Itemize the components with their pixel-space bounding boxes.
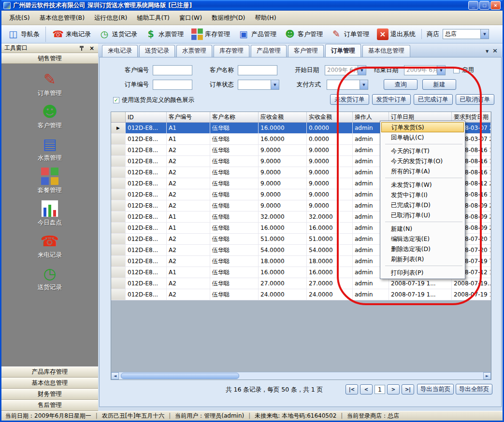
context-menu-item[interactable]: 所有的订单(A) [381,166,464,176]
sidebar-item[interactable]: 套餐管理 [26,168,74,195]
row-selector[interactable] [111,289,126,300]
context-menu-item[interactable] [385,222,462,222]
sidebar-item[interactable]: 订单管理 [26,70,74,98]
row-selector[interactable] [111,200,126,211]
context-menu-item[interactable]: 删除选定项(D) [381,244,464,254]
row-selector[interactable] [111,189,126,200]
tab[interactable]: 产品管理 [251,45,287,57]
use-courier-color-checkbox[interactable] [113,97,119,103]
chevron-down-icon[interactable] [360,80,368,89]
new-button[interactable]: 新建 [422,79,456,90]
column-header-receivable[interactable]: 应收金额 [259,112,307,122]
toolbar-button[interactable]: 来电记录 [48,27,95,42]
row-selector[interactable] [111,145,126,155]
tab[interactable]: 基本信息管理 [362,45,410,57]
horizontal-scrollbar[interactable] [111,372,491,380]
pay-method-select[interactable] [327,80,368,90]
order-status-filter-button[interactable]: 已完成订单 [414,94,453,105]
context-menu-item[interactable]: 发货中订单(I) [381,190,464,200]
prev-page-button[interactable]: < [360,384,373,394]
menu-item[interactable]: 帮助(H) [250,11,281,25]
row-selector[interactable] [111,156,126,167]
context-menu-item[interactable]: 今天的发货订单(O) [381,156,464,166]
toolbar-button[interactable]: 水票管理 [141,27,187,42]
customer-name-input[interactable] [238,65,277,75]
menu-item[interactable]: 运行信息(R) [89,11,132,25]
tab-close-icon[interactable] [492,47,498,54]
scrollbar-thumb[interactable] [121,373,239,379]
toolbar-button[interactable]: 库存管理 [187,27,234,42]
sidebar-section[interactable]: 产品库存管理 [1,366,98,378]
scrollbar-track[interactable] [119,372,483,380]
order-status-filter-button[interactable]: 已取消订单 [456,94,495,105]
context-menu-item[interactable]: 已完成订单(D) [381,200,464,210]
sidebar-item[interactable]: 今日盘点 [26,200,74,227]
menu-item[interactable]: 基本信息管理(B) [35,11,89,25]
end-date-select[interactable]: 2009年 6月 8日 [404,65,446,75]
scroll-right-arrow-icon[interactable] [483,372,491,380]
export-all-pages-button[interactable]: 导出全部页 [456,384,492,394]
sidebar-item[interactable]: 送货记录 [26,265,74,292]
next-page-button[interactable]: > [387,384,400,394]
context-menu-item[interactable]: 新建(N) [381,224,464,234]
sidebar-item[interactable]: 水票管理 [26,135,74,162]
toolbar-button[interactable]: 订单管理 [327,27,373,42]
sidebar-item[interactable]: 客户管理 [26,103,74,130]
context-menu-item[interactable]: 刷新列表(R) [381,254,464,264]
first-page-button[interactable]: |< [346,384,358,394]
context-menu-item[interactable]: 回单确认(C) [381,132,464,142]
row-selector[interactable] [111,211,126,222]
toolbar-button[interactable]: 送货记录 [95,27,141,42]
start-date-select[interactable]: 2009年 6月 8日 [325,65,366,75]
sidebar-item[interactable]: 来电记录 [26,232,74,259]
maximize-button[interactable]: □ [479,1,490,10]
context-menu-item[interactable]: 未发货订单(W) [381,180,464,190]
row-selector[interactable] [111,234,126,244]
store-select[interactable]: 总店 [443,29,489,39]
close-button[interactable]: × [490,1,501,10]
tab[interactable]: 客户管理 [288,45,324,57]
column-header-id[interactable]: ID [126,112,167,122]
toolbar-button[interactable]: 客户管理 [280,27,327,42]
sidebar-section[interactable]: 基本信息管理 [1,378,98,389]
tab[interactable]: 送货记录 [139,45,175,57]
tab[interactable]: 来电记录 [102,45,138,57]
toolbar-button[interactable]: 导航条 [3,27,46,42]
tab-list-chevron-icon[interactable] [486,47,489,54]
chevron-down-icon[interactable] [271,80,279,89]
row-selector[interactable] [111,167,126,178]
close-icon[interactable] [88,45,95,52]
context-menu-item[interactable]: 今天的订单(T) [381,146,464,156]
tab[interactable]: 订单管理 [325,44,361,57]
minimize-button[interactable]: _ [468,1,478,10]
enable-date-checkbox[interactable] [453,67,460,73]
context-menu-item[interactable] [385,178,462,178]
row-selector[interactable] [111,267,126,278]
context-menu-item[interactable]: 订单发货(S) [381,122,464,132]
menu-item[interactable]: 数据维护(D) [207,11,250,25]
table-row[interactable]: 012D-E8... A2 伍华聪 24.0000 24.0000 admin … [111,289,491,300]
sidebar-section[interactable]: 财务管理 [1,389,98,400]
order-status-filter-button[interactable]: 发货中订单 [372,94,411,105]
context-menu-item[interactable]: 编辑选定项(E) [381,234,464,244]
sidebar-section-sales[interactable]: 销售管理 [1,53,98,64]
menu-item[interactable]: 窗口(W) [174,11,207,25]
context-menu-item[interactable]: 已取消订单(U) [381,210,464,220]
tab[interactable]: 库存管理 [214,45,249,57]
menu-item[interactable]: 系统(S) [4,11,35,25]
column-header-customer-name[interactable]: 客户名称 [210,112,259,122]
menu-item[interactable]: 辅助工具(T) [132,11,174,25]
table-row[interactable]: 012D-E8... A2 伍华聪 27.0000 27.0000 admin … [111,278,491,289]
scroll-left-arrow-icon[interactable] [111,372,119,380]
customer-no-input[interactable] [153,65,192,75]
export-current-page-button[interactable]: 导出当前页 [417,384,454,394]
tab[interactable]: 水票管理 [176,45,212,57]
toolbar-button[interactable]: 退出系统 [373,27,419,42]
last-page-button[interactable]: >| [402,384,414,394]
row-selector[interactable] [111,245,126,255]
pin-icon[interactable] [79,45,85,51]
query-button[interactable]: 查询 [384,79,418,90]
order-status-filter-button[interactable]: 未发货订单 [330,94,369,105]
sidebar-section[interactable]: 售后管理 [1,400,98,411]
toolbar-button[interactable]: 产品管理 [234,27,280,42]
